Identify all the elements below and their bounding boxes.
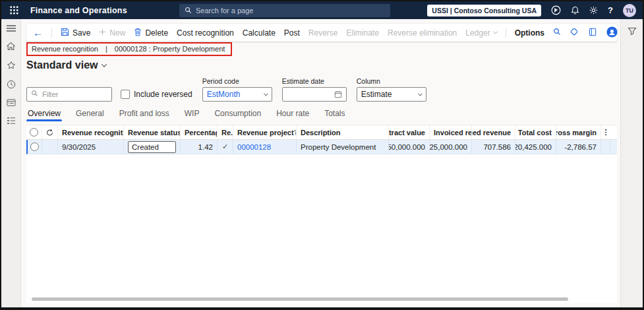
settings-gear-icon[interactable] [589,6,598,15]
calendar-icon[interactable] [334,90,342,98]
column-header-revenue-status[interactable]: Revenue status [124,125,181,139]
column-header-contract-value[interactable]: Contract value [389,125,430,139]
revenue-project-link[interactable]: 00000128 [237,143,271,151]
grid-filter-input[interactable] [42,90,107,98]
delete-button[interactable]: Delete [134,28,168,38]
period-code-label: Period code [202,77,272,85]
new-button[interactable]: New [99,28,125,38]
back-arrow-icon[interactable]: ← [33,28,43,38]
row-select-radio[interactable] [30,142,39,151]
personalize-icon[interactable] [570,27,579,38]
cost-recognition-button[interactable]: Cost recognition [177,28,234,38]
filter-pane-rail [620,19,643,307]
estimate-date-label: Estimate date [282,77,347,85]
reverse-button[interactable]: Reverse [308,28,338,38]
column-header-invoiced-revenue[interactable]: Invoiced reven... [430,125,472,139]
filter-bar: Include reversed Period code EstMonth Es… [26,77,617,102]
chevron-down-icon [418,91,423,96]
modules-list-icon[interactable] [7,117,16,125]
tab-totals[interactable]: Totals [324,109,345,120]
row-select-cell[interactable] [28,140,42,154]
cell-revenue-project[interactable]: 00000128 [233,140,297,154]
column-header-description[interactable]: Description [297,125,389,139]
global-search-input[interactable] [196,7,385,15]
grid-header-row: Revenue recognition ... Revenue status P… [26,125,617,140]
tab-hour-rate[interactable]: Hour rate [276,109,309,120]
column-header-revenue-recognition-date[interactable]: Revenue recognition ... [58,125,124,139]
eliminate-button[interactable]: Eliminate [347,28,379,38]
cell-revenue-status[interactable]: Created [124,140,181,154]
dynamics-365-icon[interactable] [551,5,561,15]
breadcrumb-separator: | [105,45,107,53]
chevron-down-icon [264,91,268,96]
checkbox-label: Include reversed [134,90,192,99]
grid-filter-field[interactable] [26,87,112,102]
revenue-status-input[interactable]: Created [128,141,176,153]
action-search-icon[interactable] [553,28,561,38]
filter-pane-funnel-icon[interactable] [628,26,637,37]
calculate-button[interactable]: Calculate [243,28,276,38]
tab-overview[interactable]: Overview [28,109,61,120]
period-code-combobox[interactable]: EstMonth [202,87,272,102]
cell-total-cost[interactable]: 20,425.000 [515,140,556,154]
tab-wip[interactable]: WIP [185,109,200,120]
cell-revenue-recognition-date[interactable]: 9/30/2025 [58,140,124,154]
app-window: Finance and Operations USSI | Contoso Co… [0,0,644,310]
cell-gross-margin[interactable]: -2,786.57 [556,140,601,154]
post-button[interactable]: Post [284,28,300,38]
notifications-bell-icon[interactable] [571,6,579,15]
grid-empty-area [26,154,617,303]
estimate-date-field[interactable] [282,87,347,102]
copilot-icon[interactable] [606,26,618,40]
favorites-star-icon[interactable] [7,61,16,70]
refresh-grid-icon[interactable] [42,125,58,139]
cell-invoiced-revenue[interactable]: 25,000.000 [430,140,472,154]
cell-contract-value[interactable]: 50,000.000 [389,140,430,154]
select-all-cell[interactable] [26,125,42,139]
column-combobox[interactable]: Estimate [357,87,426,102]
column-header-accrued-revenue[interactable]: Accrued revenue [472,125,515,139]
reverse-elimination-button[interactable]: Reverse elimination [388,28,457,38]
tab-general[interactable]: General [76,109,104,120]
column-header-reversed[interactable]: Re... [218,125,233,139]
workspaces-icon[interactable] [7,99,16,107]
table-row[interactable]: 9/30/2025 Created 1.42 ✓ 00000128 Proper… [26,140,617,154]
tab-profit-and-loss[interactable]: Profit and loss [119,109,169,120]
task-guide-icon[interactable] [589,28,597,38]
cell-accrued-revenue[interactable]: 707.586 [472,140,515,154]
save-button[interactable]: Save [61,28,90,38]
app-launcher-waffle-icon[interactable] [7,3,21,18]
row-refresh-cell [42,140,58,154]
hamburger-menu-icon[interactable] [7,25,16,32]
column-header-percentage-completed[interactable]: Percentage co... [181,125,218,139]
options-button[interactable]: Options [515,28,544,38]
column-header-gross-margin[interactable]: Gross margin [556,125,601,139]
column-header-revenue-project[interactable]: Revenue project [233,125,297,139]
action-pane: ← Save New [26,24,617,42]
environment-badge[interactable]: USSI | Contoso Consulting USA [427,5,541,16]
divider [506,28,506,38]
cell-description[interactable]: Property Development [297,140,389,154]
ledger-menu-button[interactable]: Ledger [465,28,496,38]
recent-clock-icon[interactable] [7,80,16,89]
view-selector[interactable]: Standard view [26,59,617,71]
help-icon[interactable]: ? [608,5,613,15]
chevron-down-icon [493,30,498,34]
column-header-total-cost[interactable]: Total cost [515,125,556,139]
estimate-date-input[interactable] [287,90,326,98]
breadcrumb-record: 00000128 : Property Development [115,45,225,53]
user-avatar[interactable]: TU [623,4,636,17]
select-all-radio[interactable] [30,128,38,137]
tab-consumption[interactable]: Consumption [214,109,261,120]
breadcrumb-section[interactable]: Revenue recognition [32,45,98,53]
checkbox[interactable] [121,90,130,99]
include-reversed-checkbox-group[interactable]: Include reversed [121,87,192,102]
column-options-more-icon[interactable]: ⋮ [601,125,610,139]
estimate-date-group: Estimate date [282,77,347,102]
global-search[interactable] [179,4,390,17]
horizontal-scrollbar[interactable] [32,297,568,301]
trash-icon [134,28,142,38]
home-icon[interactable] [6,42,16,51]
period-code-group: Period code EstMonth [202,77,272,102]
cell-percentage-completed[interactable]: 1.42 [181,140,218,154]
